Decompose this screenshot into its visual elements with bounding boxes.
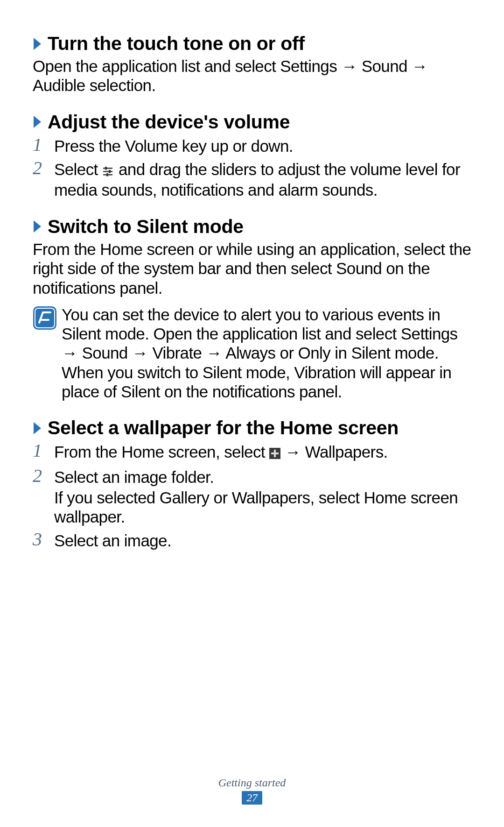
step-text: Select an image folder. [54,466,471,487]
note-box: You can set the device to alert you to v… [33,305,471,401]
step-number: 1 [33,135,54,155]
heading-text: Turn the touch tone on or off [48,33,305,55]
svg-marker-0 [34,38,41,50]
svg-rect-6 [109,170,111,173]
svg-marker-1 [34,116,41,128]
touch-tone-body: Open the application list and select Set… [33,57,471,95]
step-number: 3 [33,530,54,549]
chevron-icon [33,37,44,51]
heading-wallpaper: Select a wallpaper for the Home screen [33,417,471,439]
heading-silent: Switch to Silent mode [33,216,471,238]
step-number: 1 [33,441,54,460]
step-row: 1 From the Home screen, select → Wallpap… [33,441,471,463]
heading-volume: Adjust the device's volume [33,111,471,133]
svg-rect-7 [106,173,108,177]
text-fragment: and drag the sliders to adjust the volum… [54,160,460,199]
chevron-icon [33,115,44,129]
svg-marker-11 [34,422,41,434]
heading-text: Adjust the device's volume [48,111,290,133]
step-row: 2 Select an image folder. If you selecte… [33,466,471,527]
sliders-icon [102,161,114,180]
svg-marker-8 [34,220,41,233]
svg-rect-14 [271,452,279,454]
step-text: Press the Volume key up or down. [54,135,293,156]
step-row: 1 Press the Volume key up or down. [33,135,471,156]
text-fragment: Select [54,160,102,178]
page-number-badge: 27 [242,791,262,805]
chevron-icon [33,421,44,435]
footer-section-title: Getting started [0,777,504,789]
svg-rect-2 [103,168,112,169]
step-number: 2 [33,158,54,178]
silent-body: From the Home screen or while using an a… [33,240,471,297]
heading-text: Switch to Silent mode [48,216,244,238]
note-icon [33,306,57,330]
step-text: Select and drag the sliders to adjust th… [54,158,471,200]
step-row: 2 Select and drag the sliders to adjust … [33,158,471,200]
step-row: 3 Select an image. [33,530,471,550]
step-text: If you selected Gallery or Wallpapers, s… [54,487,471,527]
note-text: You can set the device to alert you to v… [62,305,471,401]
plus-icon [269,444,280,463]
step-text: Select an image. [54,530,171,550]
svg-rect-3 [103,171,112,172]
heading-touch-tone: Turn the touch tone on or off [33,33,471,55]
step-number: 2 [33,466,54,486]
chevron-icon [33,219,44,233]
text-fragment: → Wallpapers. [280,443,388,461]
page-footer: Getting started 27 [0,777,504,805]
svg-rect-5 [105,167,107,170]
text-fragment: From the Home screen, select [54,443,269,461]
step-text: From the Home screen, select → Wallpaper… [54,441,388,463]
svg-rect-9 [33,306,56,330]
heading-text: Select a wallpaper for the Home screen [48,417,399,439]
